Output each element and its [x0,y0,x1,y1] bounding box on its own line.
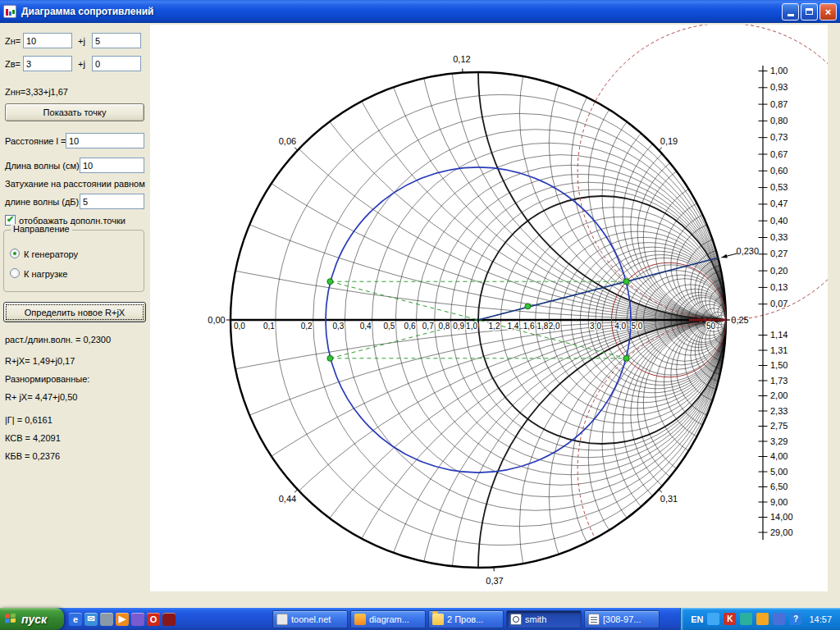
result-normalized-rjx: R+jX= 1,49+j0,17 [5,356,75,366]
svg-text:0,0: 0,0 [234,322,245,331]
radio-to-generator-label[interactable]: К генератору [24,249,78,259]
svg-text:1,00: 1,00 [770,66,788,75]
minimize-icon [788,14,794,16]
volume-icon[interactable] [740,613,752,625]
wavelength-input[interactable] [80,158,144,173]
task-label: [308-97... [603,614,641,624]
load-point [623,279,629,285]
new-impedance-point [525,304,531,309]
svg-text:1,31: 1,31 [770,345,788,355]
taskbar-task-document[interactable]: [308-97... [584,610,660,628]
svg-text:0,06: 0,06 [279,136,296,146]
internet-explorer-icon[interactable]: e [69,613,82,626]
distance-input[interactable] [66,133,144,148]
help-icon[interactable]: ? [789,613,801,625]
taskbar-task-toonel[interactable]: toonel.net [272,610,348,628]
load-x-circle-mirror [578,320,828,591]
svg-text:0,80: 0,80 [770,116,788,126]
svg-text:0,33: 0,33 [770,232,788,242]
show-desktop-icon[interactable] [100,613,113,626]
wavelength-label: Длина волны (см) [5,161,80,171]
update-icon[interactable] [756,613,769,625]
zn-imag-input[interactable] [92,33,141,48]
window-title: Диаграмма сопротивлений [21,6,780,17]
compute-new-rjx-button[interactable]: Определить новое R+jX [3,302,146,322]
task-buttons: toonel.net diagram... 2 Пров... smith [3… [272,610,660,628]
svg-text:5,00: 5,00 [770,467,788,477]
start-button[interactable]: пуск [0,608,64,630]
taskbar-task-diagram[interactable]: diagram... [350,610,426,628]
svg-text:5,0: 5,0 [631,322,642,331]
normalized-impedance-text: Zнн=3,33+j1,67 [5,87,68,97]
quick-launch-bar: e ✉ ▶ O [64,613,180,626]
messenger-icon[interactable] [131,613,144,626]
mirror-point-bottom [327,355,333,361]
antivirus-icon[interactable]: K [724,613,736,625]
svg-text:6,50: 6,50 [770,482,788,491]
svg-text:0,31: 0,31 [660,494,678,504]
network-icon[interactable] [707,613,719,625]
clock[interactable]: 14:57 [809,614,832,624]
svg-text:0,60: 0,60 [770,166,788,176]
mail-icon[interactable]: ✉ [84,613,98,626]
svg-text:0,6: 0,6 [404,322,416,331]
svg-text:2,0: 2,0 [549,322,560,331]
taskbar: пуск e ✉ ▶ O toonel.net diagram... 2 Про… [0,608,840,630]
task-label: smith [525,614,546,624]
svg-text:0,53: 0,53 [770,182,788,192]
svg-text:4,0: 4,0 [614,322,626,331]
svg-text:0,67: 0,67 [770,149,788,159]
minimize-button[interactable] [782,3,799,21]
svg-text:29,00: 29,00 [770,527,793,537]
zv-label: Zв= [5,59,21,69]
opera-icon[interactable]: O [147,613,160,626]
taskbar-task-explorer-group[interactable]: 2 Пров... [428,610,504,628]
svg-text:0,20: 0,20 [770,266,788,276]
svg-text:0,73: 0,73 [770,132,788,142]
zv-plusj-label: +j [78,59,85,69]
svg-text:1,4: 1,4 [507,322,518,331]
attenuation-input[interactable] [80,194,144,209]
svg-text:50: 50 [706,322,716,331]
zn-plusj-label: +j [78,36,85,46]
result-denormalized-heading: Разнормированные: [5,374,89,384]
toonel-icon [276,614,288,625]
browser-icon[interactable] [162,613,176,626]
svg-text:2,33: 2,33 [770,406,788,416]
zn-real-input[interactable] [23,33,72,48]
distance-label: Расстояние l = [5,136,66,146]
language-indicator[interactable]: EN [691,614,703,624]
taskbar-task-smith[interactable]: smith [506,610,582,628]
svg-text:1,6: 1,6 [523,322,535,331]
task-label: 2 Пров... [447,614,483,624]
zv-real-input[interactable] [23,56,72,71]
direction-group-label: Направление [11,224,72,234]
app-icon [3,5,16,18]
close-button[interactable]: × [819,3,837,21]
document-icon [588,614,600,625]
restore-button[interactable] [801,3,818,21]
show-point-button[interactable]: Показать точку [5,103,144,121]
svg-text:0,87: 0,87 [770,99,788,109]
radio-to-load[interactable] [10,268,20,278]
result-denormalized-rjx: R+ jX= 4,47+j0,50 [5,392,77,402]
radio-to-load-label[interactable]: К нагрузке [24,269,67,279]
smith-chart: 0,00,10,20,30,40,50,60,70,80,91,01,21,41… [150,25,828,591]
attenuation-label-line1: Затухание на расстоянии равном [5,179,145,189]
radio-to-generator[interactable] [10,249,20,258]
svg-text:0,37: 0,37 [486,576,503,586]
radius-line [478,258,718,320]
svg-text:1,73: 1,73 [770,376,788,386]
result-distance-wavelengths: раст./длин.волн. = 0,2300 [5,335,111,345]
start-button-label: пуск [21,613,47,626]
svg-text:1,50: 1,50 [770,360,788,370]
zv-imag-input[interactable] [92,56,141,71]
svg-text:0,27: 0,27 [770,249,788,258]
svg-text:2,75: 2,75 [770,421,788,431]
media-player-icon[interactable]: ▶ [116,613,129,626]
svg-text:0,1: 0,1 [263,322,275,331]
restore-icon [806,8,813,15]
scheduler-icon[interactable] [773,613,785,625]
titlebar[interactable]: Диаграмма сопротивлений × [0,0,840,23]
close-icon: × [825,6,832,18]
